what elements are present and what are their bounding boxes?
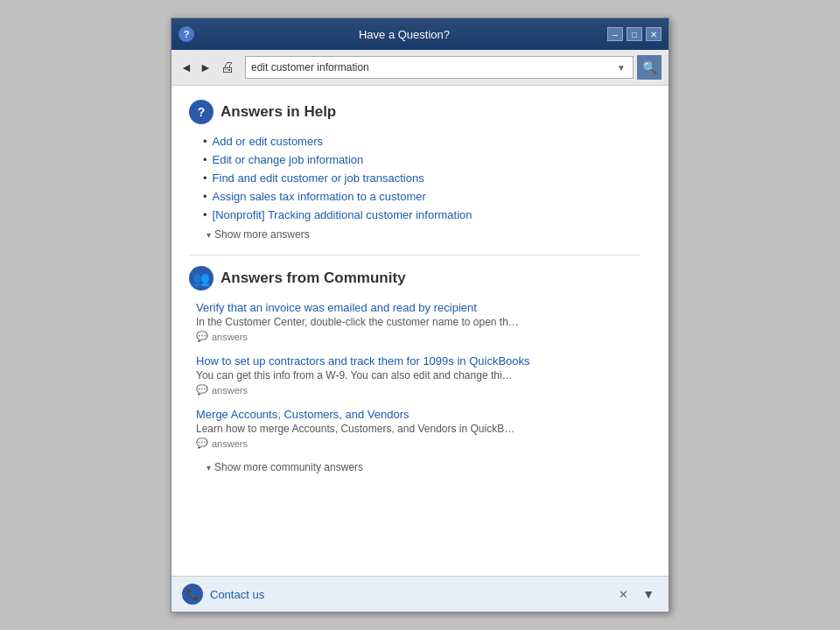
list-item: • Edit or change job information xyxy=(203,153,640,166)
search-button[interactable]: 🔍 xyxy=(637,55,662,80)
community-item-1: Verify that an invoice was emailed and r… xyxy=(196,301,640,342)
community-section-title: Answers from Community xyxy=(220,270,406,287)
list-item: • Find and edit customer or job transact… xyxy=(203,172,640,185)
contact-bar: 📞 Contact us ✕ ▼ xyxy=(172,576,668,612)
community-link-2[interactable]: How to set up contractors and track them… xyxy=(196,354,640,368)
search-input[interactable] xyxy=(251,61,615,74)
community-item-3: Merge Accounts, Customers, and Vendors L… xyxy=(196,408,640,449)
community-link-1[interactable]: Verify that an invoice was emailed and r… xyxy=(196,301,640,314)
contact-down-arrow[interactable]: ▼ xyxy=(639,585,658,603)
titlebar-icon: ? xyxy=(178,26,194,42)
main-content: ? Answers in Help • Add or edit customer… xyxy=(172,86,668,576)
close-button[interactable]: ✕ xyxy=(646,27,662,41)
section-divider xyxy=(189,255,640,256)
forward-button[interactable]: ► xyxy=(198,60,214,75)
answers-in-help-header: ? Answers in Help xyxy=(189,100,640,124)
community-meta-3: 💬 answers xyxy=(196,438,640,449)
community-item-2: How to set up contractors and track them… xyxy=(196,354,640,396)
print-button[interactable]: 🖨 xyxy=(217,59,238,76)
chat-icon-2: 💬 xyxy=(196,384,208,396)
show-more-community-label: Show more community answers xyxy=(214,461,363,473)
show-more-answers-button[interactable]: ▾ Show more answers xyxy=(206,228,640,241)
bullet: • xyxy=(203,153,207,166)
chat-icon-3: 💬 xyxy=(196,438,208,449)
community-meta-1: 💬 answers xyxy=(196,331,640,342)
answer-link-2[interactable]: Edit or change job information xyxy=(213,153,364,166)
community-link-3[interactable]: Merge Accounts, Customers, and Vendors xyxy=(196,408,640,421)
community-desc-1: In the Customer Center, double-click the… xyxy=(196,316,640,328)
bullet: • xyxy=(203,208,207,221)
contact-us-link[interactable]: Contact us xyxy=(210,588,608,601)
list-item: • [Nonprofit] Tracking additional custom… xyxy=(203,208,640,221)
chat-icon-1: 💬 xyxy=(196,331,208,342)
content-scroll[interactable]: ? Answers in Help • Add or edit customer… xyxy=(189,100,651,562)
contact-close-button[interactable]: ✕ xyxy=(615,586,632,603)
community-section: 👥 Answers from Community Verify that an … xyxy=(189,266,640,473)
bullet: • xyxy=(203,172,207,185)
list-item: • Assign sales tax information to a cust… xyxy=(203,190,640,203)
answers-in-help-title: Answers in Help xyxy=(220,103,336,121)
bullet: • xyxy=(203,135,207,148)
restore-button[interactable]: □ xyxy=(626,27,642,41)
titlebar-title: Have a Question? xyxy=(201,28,607,41)
show-more-arrow-icon: ▾ xyxy=(206,230,211,240)
answer-link-4[interactable]: Assign sales tax information to a custom… xyxy=(213,190,426,203)
community-meta-2: 💬 answers xyxy=(196,384,640,396)
search-bar: ▼ xyxy=(245,56,634,79)
answer-link-1[interactable]: Add or edit customers xyxy=(213,135,323,148)
contact-phone-icon: 📞 xyxy=(182,584,203,605)
answer-link-5[interactable]: [Nonprofit] Tracking additional customer… xyxy=(213,208,472,221)
show-more-answers-label: Show more answers xyxy=(214,228,310,241)
titlebar-controls: – □ ✕ xyxy=(607,27,662,41)
community-desc-2: You can get this info from a W-9. You ca… xyxy=(196,369,640,382)
community-section-header: 👥 Answers from Community xyxy=(189,266,640,290)
community-answers-2: answers xyxy=(212,385,248,396)
answer-list: • Add or edit customers • Edit or change… xyxy=(203,135,640,221)
minimize-button[interactable]: – xyxy=(607,27,623,41)
community-section-icon: 👥 xyxy=(189,266,214,290)
show-more-community-arrow-icon: ▾ xyxy=(206,463,211,472)
help-window: ? Have a Question? – □ ✕ ◄ ► 🖨 ▼ 🔍 ? Ans… xyxy=(171,18,669,612)
bullet: • xyxy=(203,190,207,203)
answer-link-3[interactable]: Find and edit customer or job transactio… xyxy=(213,172,424,185)
toolbar: ◄ ► 🖨 ▼ 🔍 xyxy=(172,50,668,86)
community-desc-3: Learn how to merge Accounts, Customers, … xyxy=(196,423,640,435)
titlebar: ? Have a Question? – □ ✕ xyxy=(172,18,668,50)
show-more-community-button[interactable]: ▾ Show more community answers xyxy=(206,461,640,473)
community-answers-1: answers xyxy=(212,332,248,342)
help-section-icon: ? xyxy=(189,100,214,124)
community-answers-3: answers xyxy=(212,438,248,449)
list-item: • Add or edit customers xyxy=(203,135,640,148)
back-button[interactable]: ◄ xyxy=(178,60,194,75)
search-dropdown-arrow[interactable]: ▼ xyxy=(615,63,627,73)
